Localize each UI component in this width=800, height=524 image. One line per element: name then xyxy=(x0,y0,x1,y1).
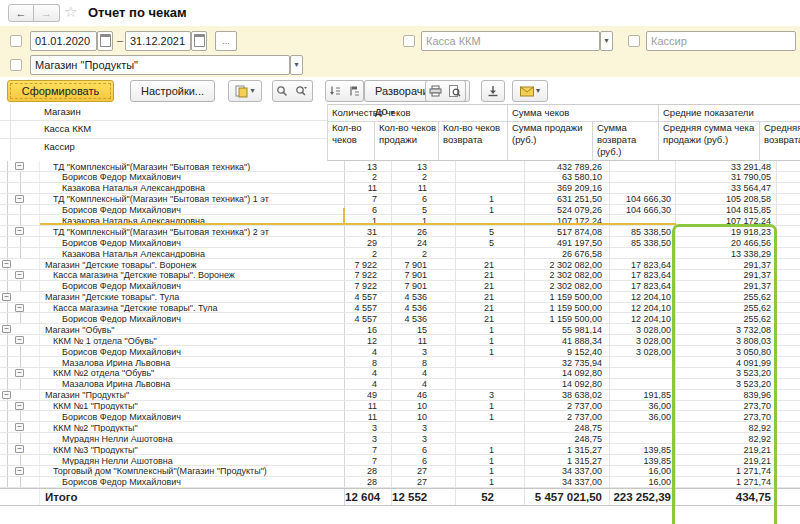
expand-levels-button[interactable] xyxy=(325,80,345,102)
generate-button[interactable]: Сформировать xyxy=(7,80,114,102)
value-cell: 105 208,58 xyxy=(676,194,777,204)
table-row[interactable]: −ККМ №3 "Продукты"7611 315,27139,85219,2… xyxy=(0,444,800,455)
collapse-button[interactable]: − xyxy=(2,293,11,301)
kassa-dropdown-button[interactable]: ▾ xyxy=(600,31,613,51)
back-button[interactable]: ← xyxy=(8,4,34,22)
date-from-calendar-button[interactable] xyxy=(97,31,113,51)
column-header[interactable]: Кол-во чеков xyxy=(328,121,375,161)
column-header[interactable]: Кол-во чеков возврата xyxy=(439,121,508,161)
search-settings-button[interactable] xyxy=(291,80,313,102)
table-row[interactable]: Казакова Наталья Александровна2226 676,5… xyxy=(0,248,800,259)
table-row[interactable]: −Магазин "Детские товары". Воронеж7 9227… xyxy=(0,259,800,270)
table-row[interactable]: −ККМ № 1 отдела "Обувь"1211141 888,343 0… xyxy=(0,335,800,346)
date-from-input[interactable] xyxy=(30,31,97,51)
print-button[interactable] xyxy=(425,80,445,102)
value-cell: 3 732,08 xyxy=(676,324,777,334)
tree-line xyxy=(20,433,21,443)
table-row[interactable]: −Торговый дом "Комплексный"(Магазин "Про… xyxy=(0,466,800,477)
store-input[interactable] xyxy=(30,55,290,75)
collapse-button[interactable]: − xyxy=(15,304,24,312)
kassa-input[interactable] xyxy=(421,31,600,51)
table-row[interactable]: Борисов Федор Михайлович7 9227 901212 30… xyxy=(0,281,800,292)
table-row[interactable]: Мурадян Нелли Ашотовна7611 315,27139,852… xyxy=(0,455,800,466)
store-dropdown-button[interactable]: ▾ xyxy=(290,55,303,75)
favorite-star-icon[interactable]: ☆ xyxy=(64,3,77,21)
table-row[interactable]: −ТД "Комплексный"(Магазин "Бытовая техни… xyxy=(0,194,800,205)
tree-line xyxy=(7,411,8,421)
table-row[interactable]: Мазалова Ирина Львовна8832 735,944 091,9… xyxy=(0,357,800,368)
store-checkbox[interactable] xyxy=(10,59,22,71)
collapse-button[interactable]: − xyxy=(15,423,24,431)
value-cell: 839,96 xyxy=(676,390,777,400)
table-row[interactable]: Казакова Наталья Александровна1111369 20… xyxy=(0,183,800,194)
table-row[interactable]: Борисов Федор Михайлович2263 580,1031 79… xyxy=(0,172,800,183)
collapse-button[interactable]: − xyxy=(2,260,11,268)
dim-header-kassir[interactable]: Кассир xyxy=(0,139,327,161)
table-row[interactable]: Борисов Федор Михайлович4319 152,403 028… xyxy=(0,346,800,357)
period-checkbox[interactable] xyxy=(10,35,22,47)
table-row[interactable]: −Магазин "Детские товары". Тула4 5574 53… xyxy=(0,292,800,303)
tree-line xyxy=(20,248,21,258)
table-row[interactable]: Борисов Федор Михайлович651524 079,26104… xyxy=(0,205,800,216)
kassa-checkbox[interactable] xyxy=(403,35,415,47)
search-button[interactable] xyxy=(272,80,292,102)
dim-header-store[interactable]: Магазин xyxy=(0,104,327,121)
table-row[interactable]: −ТД "Комплексный"(Магазин "Бытовая техни… xyxy=(0,226,800,237)
collapse-button[interactable]: − xyxy=(15,445,24,453)
collapse-button[interactable]: − xyxy=(2,391,11,399)
column-header[interactable]: Сумма продажи (руб.) xyxy=(508,121,593,161)
table-row[interactable]: Мазалова Ирина Львовна4414 092,803 523,2… xyxy=(0,379,800,390)
table-row[interactable]: Мурадян Нелли Ашотовна33248,7582,92 xyxy=(0,433,800,444)
table-row[interactable]: −Касса магазина "Детские товары". Вороне… xyxy=(0,270,800,281)
column-header[interactable]: Средняя сумма чека возврата (руб.) xyxy=(760,121,800,161)
send-mail-button[interactable]: ▾ xyxy=(512,80,548,102)
table-row[interactable]: −ККМ №2 отдела "Обувь"4414 092,803 523,2… xyxy=(0,368,800,379)
collapse-button[interactable]: − xyxy=(15,162,24,170)
total-row[interactable]: Итого12 60412 552525 457 021,50223 252,3… xyxy=(0,488,800,506)
table-row[interactable]: −Касса магазина "Детские товары". Тула4 … xyxy=(0,303,800,314)
print-preview-button[interactable] xyxy=(444,80,466,102)
column-header[interactable]: Кол-во чеков продажи xyxy=(375,121,439,161)
value-cell xyxy=(610,368,676,378)
tree-line xyxy=(7,161,8,171)
row-tree-gutter: − xyxy=(0,161,40,171)
date-to-calendar-button[interactable] xyxy=(191,31,207,51)
table-row[interactable]: −ККМ №1 "Продукты"111012 737,0036,00273,… xyxy=(0,401,800,412)
table-row[interactable]: Борисов Федор Михайлович2827134 337,0016… xyxy=(0,477,800,488)
table-row[interactable]: Борисов Федор Михайлович111012 737,0036,… xyxy=(0,411,800,422)
column-group-header[interactable]: Средние показатели xyxy=(659,105,800,122)
table-row[interactable]: Борисов Федор Михайлович4 5574 536211 15… xyxy=(0,313,800,324)
collapse-button[interactable]: − xyxy=(2,325,11,333)
column-group-header[interactable]: Сумма чеков xyxy=(508,105,659,122)
collapse-button[interactable]: − xyxy=(15,369,24,377)
table-row[interactable]: Казакова Наталья Александровна11107 172,… xyxy=(0,215,800,226)
value-cell: 2 xyxy=(392,172,456,182)
collapse-button[interactable]: − xyxy=(15,467,24,475)
collapse-button[interactable]: − xyxy=(15,336,24,344)
table-row[interactable]: −ККМ №2 "Продукты"33248,7582,92 xyxy=(0,422,800,433)
value-cell: 3 xyxy=(456,390,525,400)
date-to-input[interactable] xyxy=(125,31,191,51)
period-more-button[interactable]: ... xyxy=(215,31,237,51)
settings-button[interactable]: Настройки... xyxy=(130,80,215,102)
collapse-button[interactable]: − xyxy=(15,402,24,410)
dim-header-kassa[interactable]: Касса ККМ xyxy=(0,121,327,139)
table-row[interactable]: −Магазин "Продукты"4946338 638,02191,858… xyxy=(0,390,800,401)
value-cell: 12 204,10 xyxy=(610,303,676,313)
report-variants-button[interactable]: ▾ xyxy=(228,80,262,102)
save-button[interactable] xyxy=(481,80,505,102)
kassir-input[interactable] xyxy=(646,31,796,51)
table-row[interactable]: Борисов Федор Михайлович29245491 197,508… xyxy=(0,237,800,248)
forward-button[interactable]: → xyxy=(34,4,60,22)
collapse-button[interactable]: − xyxy=(15,195,24,203)
collapse-levels-button[interactable] xyxy=(344,80,364,102)
table-row[interactable]: −Магазин "Обувь"1615155 981,143 028,003 … xyxy=(0,324,800,335)
column-header[interactable]: Средняя сумма чека продажи (руб.) xyxy=(659,121,760,161)
table-row[interactable]: −ТД "Комплексный"(Магазин "Бытовая техни… xyxy=(0,161,800,172)
collapse-button[interactable]: − xyxy=(15,271,24,279)
kassir-checkbox[interactable] xyxy=(628,35,640,47)
column-group-header[interactable]: Количество чеков xyxy=(328,105,508,122)
collapse-button[interactable]: − xyxy=(15,227,24,235)
column-header[interactable]: Сумма возврата (руб.) xyxy=(593,121,659,161)
row-tree-gutter: − xyxy=(0,368,40,378)
